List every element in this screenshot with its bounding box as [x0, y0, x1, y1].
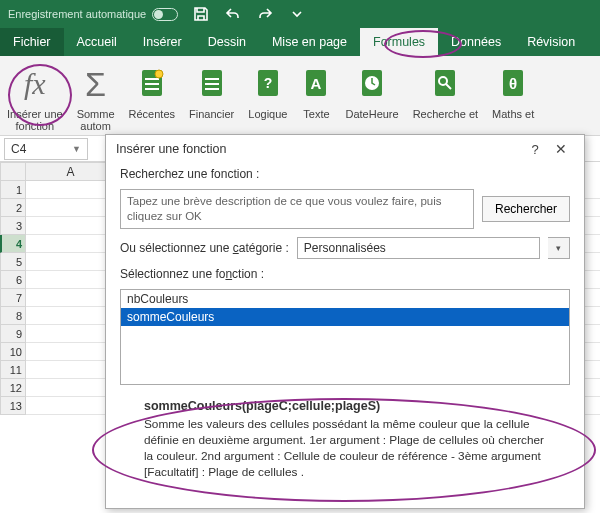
datetime-label: DateHeure	[345, 108, 398, 120]
svg-rect-15	[435, 70, 455, 96]
dialog-title: Insérer une fonction	[116, 142, 227, 156]
row-headers: 1 2 3 4 5 6 7 8 9 10 11 12 13	[0, 181, 26, 415]
autosave-toggle[interactable]: Enregistrement automatique	[8, 8, 178, 21]
tab-formulas[interactable]: Formules	[360, 28, 438, 56]
combo-dropdown-button[interactable]: ▾	[548, 237, 570, 259]
row-header[interactable]: 12	[0, 379, 26, 397]
tab-data[interactable]: Données	[438, 28, 514, 56]
ribbon: fx Insérer une fonction Σ Somme autom Ré…	[0, 56, 600, 136]
financial-button[interactable]: Financier	[182, 60, 241, 120]
row-header[interactable]: 2	[0, 199, 26, 217]
category-value: Personnalisées	[304, 241, 386, 255]
row-header[interactable]: 11	[0, 361, 26, 379]
function-signature: sommeCouleurs(plageC;cellule;plageS)	[144, 399, 546, 413]
row-header[interactable]: 7	[0, 289, 26, 307]
math-label: Maths et	[492, 108, 534, 120]
insert-function-button[interactable]: fx Insérer une fonction	[0, 60, 70, 132]
row-header[interactable]: 13	[0, 397, 26, 415]
math-button[interactable]: θ Maths et	[485, 60, 541, 120]
autosum-button[interactable]: Σ Somme autom	[70, 60, 122, 132]
lookup-button[interactable]: Recherche et	[406, 60, 485, 120]
insert-function-dialog: Insérer une fonction ? ✕ Recherchez une …	[105, 134, 585, 509]
svg-text:A: A	[311, 75, 322, 92]
lookup-icon	[430, 66, 460, 102]
close-button[interactable]: ✕	[548, 141, 574, 157]
svg-rect-2	[145, 83, 159, 85]
list-item[interactable]: nbCouleurs	[121, 290, 569, 308]
chevron-down-icon: ▾	[556, 243, 561, 253]
row-header[interactable]: 5	[0, 253, 26, 271]
math-icon: θ	[498, 66, 528, 102]
svg-point-4	[155, 70, 163, 78]
logical-icon: ?	[253, 66, 283, 102]
title-bar: Enregistrement automatique	[0, 0, 600, 28]
ribbon-tabs: Fichier Accueil Insérer Dessin Mise en p…	[0, 28, 600, 56]
autosum-label: Somme autom	[77, 108, 115, 132]
financial-label: Financier	[189, 108, 234, 120]
financial-icon	[197, 66, 227, 102]
list-item-selected[interactable]: sommeCouleurs	[121, 308, 569, 326]
row-header[interactable]: 8	[0, 307, 26, 325]
svg-rect-7	[205, 83, 219, 85]
text-icon: A	[301, 66, 331, 102]
text-label: Texte	[303, 108, 329, 120]
fx-icon: fx	[24, 67, 46, 101]
datetime-button[interactable]: DateHeure	[338, 60, 405, 120]
function-description-block: sommeCouleurs(plageC;cellule;plageS) Som…	[120, 393, 570, 481]
logical-button[interactable]: ? Logique	[241, 60, 294, 120]
functions-label: Sélectionnez une fonction :	[120, 267, 570, 281]
search-button[interactable]: Rechercher	[482, 196, 570, 222]
row-header[interactable]: 1	[0, 181, 26, 199]
search-label: Recherchez une fonction :	[120, 167, 570, 181]
autosave-label: Enregistrement automatique	[8, 8, 146, 20]
tab-layout[interactable]: Mise en page	[259, 28, 360, 56]
svg-rect-3	[145, 88, 159, 90]
logical-label: Logique	[248, 108, 287, 120]
tab-file[interactable]: Fichier	[0, 28, 64, 56]
help-button[interactable]: ?	[522, 142, 548, 157]
qat-customize-icon[interactable]	[288, 5, 306, 23]
name-box-value: C4	[11, 142, 26, 156]
insert-function-label: Insérer une fonction	[7, 108, 63, 132]
clock-icon	[357, 66, 387, 102]
name-box[interactable]: C4 ▼	[4, 138, 88, 160]
dialog-titlebar[interactable]: Insérer une fonction ? ✕	[106, 135, 584, 163]
col-header-a[interactable]: A	[26, 162, 116, 181]
redo-icon[interactable]	[256, 5, 274, 23]
select-all-corner[interactable]	[0, 162, 26, 181]
row-header[interactable]: 10	[0, 343, 26, 361]
category-combo[interactable]: Personnalisées	[297, 237, 540, 259]
tab-draw[interactable]: Dessin	[195, 28, 259, 56]
lookup-label: Recherche et	[413, 108, 478, 120]
row-header[interactable]: 6	[0, 271, 26, 289]
category-label: Ou sélectionnez une catégorie :	[120, 241, 289, 255]
svg-rect-8	[205, 88, 219, 90]
save-icon[interactable]	[192, 5, 210, 23]
functions-listbox[interactable]: nbCouleurs sommeCouleurs	[120, 289, 570, 385]
recent-icon	[137, 66, 167, 102]
recent-button[interactable]: Récentes	[122, 60, 182, 120]
undo-icon[interactable]	[224, 5, 242, 23]
svg-text:?: ?	[264, 75, 273, 91]
row-header[interactable]: 9	[0, 325, 26, 343]
search-input[interactable]: Tapez une brève description de ce que vo…	[120, 189, 474, 229]
recent-label: Récentes	[129, 108, 175, 120]
sigma-icon: Σ	[85, 65, 106, 104]
row-header-active[interactable]: 4	[0, 235, 26, 253]
chevron-down-icon: ▼	[72, 144, 81, 154]
tab-review[interactable]: Révision	[514, 28, 588, 56]
svg-text:θ: θ	[509, 75, 517, 92]
svg-rect-1	[145, 78, 159, 80]
text-button[interactable]: A Texte	[294, 60, 338, 120]
row-header[interactable]: 3	[0, 217, 26, 235]
toggle-off-icon	[152, 8, 178, 21]
svg-rect-6	[205, 78, 219, 80]
tab-insert[interactable]: Insérer	[130, 28, 195, 56]
function-description: Somme les valeurs des cellules possédant…	[144, 417, 546, 481]
tab-home[interactable]: Accueil	[64, 28, 130, 56]
